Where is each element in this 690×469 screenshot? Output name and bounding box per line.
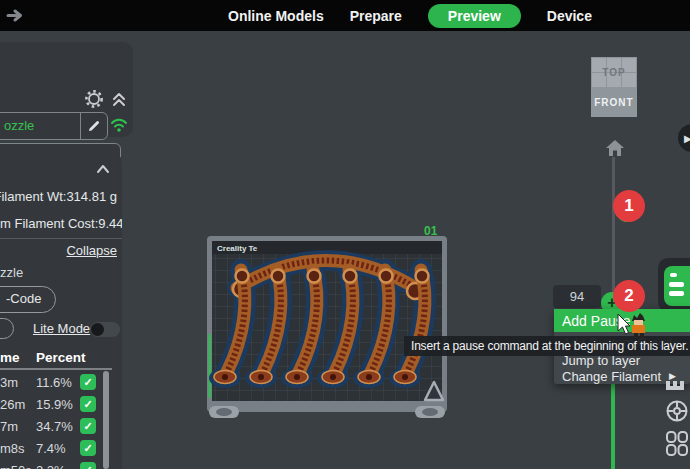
row-time: 26m bbox=[0, 397, 36, 412]
row-percent: 34.7% bbox=[36, 419, 80, 434]
row-visibility-checkbox[interactable]: ✓ bbox=[80, 396, 96, 412]
table-header-divider bbox=[0, 368, 112, 370]
gcode-tab-button[interactable]: -Code bbox=[0, 286, 56, 313]
column-header-time: me bbox=[0, 350, 20, 365]
feature-time-table: 3m11.6%✓26m15.9%✓7m34.7%✓m8s7.4%✓m50s2.2… bbox=[0, 371, 112, 469]
view-orientation-cube[interactable]: TOP FRONT bbox=[591, 57, 637, 117]
right-toolbar bbox=[664, 376, 690, 460]
lite-mode-label: Lite Mode bbox=[33, 321, 90, 336]
cursor-with-character-sprite bbox=[617, 313, 657, 341]
row-percent: 15.9% bbox=[36, 397, 80, 412]
printer-panel: ozzle El Plate bbox=[0, 42, 133, 137]
divider bbox=[0, 238, 122, 239]
layer-list-icon bbox=[664, 266, 690, 306]
main-nav-tabs: Online ModelsPreparePreviewDevice bbox=[228, 0, 592, 31]
top-bar: Online ModelsPreparePreviewDevice bbox=[0, 0, 690, 31]
printer-settings-gear-icon[interactable] bbox=[85, 90, 103, 108]
table-row: 7m34.7%✓ bbox=[0, 415, 112, 437]
row-visibility-checkbox[interactable]: ✓ bbox=[80, 418, 96, 434]
view-cube-top-face[interactable]: TOP bbox=[591, 57, 637, 87]
nozzle-value: ozzle bbox=[4, 118, 34, 133]
filament-cost-label: m Filament Cost:9.44 bbox=[0, 216, 122, 231]
row-visibility-checkbox[interactable]: ✓ bbox=[80, 374, 96, 390]
histogram-icon[interactable] bbox=[666, 381, 684, 390]
annotation-badge-2: 2 bbox=[613, 280, 645, 312]
collapse-link[interactable]: Collapse bbox=[66, 243, 117, 258]
plate-brand-label: Creality Te bbox=[217, 244, 258, 253]
row-time: m8s bbox=[0, 441, 36, 456]
tab-prepare[interactable]: Prepare bbox=[350, 8, 402, 24]
row-time: 7m bbox=[0, 419, 36, 434]
tab-preview[interactable]: Preview bbox=[428, 4, 521, 28]
layer-panel-tab bbox=[658, 258, 690, 312]
creality-print-preview-window: Creality Te 01 Online ModelsPreparePrevi… bbox=[0, 0, 690, 469]
gcode-tab-label: -Code bbox=[6, 291, 41, 306]
layer-number-box[interactable]: 94 bbox=[553, 285, 601, 308]
row-percent: 2.2% bbox=[36, 463, 80, 469]
row-time: 3m bbox=[0, 375, 36, 390]
table-row: 26m15.9%✓ bbox=[0, 393, 112, 415]
truncated-tab-button[interactable] bbox=[0, 318, 14, 339]
table-row: 3m11.6%✓ bbox=[0, 371, 112, 393]
layer-list-button[interactable] bbox=[664, 266, 690, 306]
nozzle-section-label: zzle bbox=[0, 265, 23, 280]
table-scrollbar[interactable] bbox=[103, 371, 109, 469]
menu-item-label: Change Filament bbox=[562, 369, 661, 384]
collapse-section-chevron-icon[interactable] bbox=[95, 162, 111, 176]
collapse-panel-chevrons-icon[interactable] bbox=[111, 91, 127, 107]
expand-right-panel-button[interactable]: ▶ bbox=[678, 124, 690, 152]
table-row: m50s2.2%✓ bbox=[0, 459, 112, 469]
view-cube-front-face[interactable]: FRONT bbox=[591, 87, 637, 117]
seam-indicator-line bbox=[209, 334, 212, 398]
tab-online-models[interactable]: Online Models bbox=[228, 8, 324, 24]
row-percent: 11.6% bbox=[36, 375, 80, 390]
nozzle-select[interactable]: ozzle bbox=[0, 112, 108, 140]
play-icon: ▶ bbox=[684, 133, 690, 144]
preview-stats-panel: Filament Wt:314.81 g m Filament Cost:9.4… bbox=[0, 152, 122, 469]
lite-mode-toggle[interactable] bbox=[90, 322, 120, 337]
table-row: m8s7.4%✓ bbox=[0, 437, 112, 459]
home-view-icon[interactable] bbox=[603, 137, 627, 159]
row-visibility-checkbox[interactable]: ✓ bbox=[80, 462, 96, 469]
wifi-status-icon[interactable] bbox=[109, 116, 129, 133]
row-visibility-checkbox[interactable]: ✓ bbox=[80, 440, 96, 456]
row-time: m50s bbox=[0, 463, 36, 469]
filament-spool-icon[interactable] bbox=[668, 402, 687, 421]
annotation-badge-1: 1 bbox=[613, 190, 645, 222]
build-plate-3d-view[interactable]: Creality Te bbox=[203, 222, 451, 420]
plate-number-label: 01 bbox=[424, 224, 437, 238]
filament-weight-label: Filament Wt:314.81 g bbox=[0, 189, 117, 204]
row-percent: 7.4% bbox=[36, 441, 80, 456]
apps-grid-icon[interactable] bbox=[667, 432, 687, 455]
redo-arrow-icon[interactable] bbox=[6, 8, 26, 23]
layer-slider-filled-range bbox=[611, 380, 615, 469]
tab-device[interactable]: Device bbox=[547, 8, 592, 24]
edit-pencil-icon[interactable] bbox=[86, 118, 102, 134]
column-header-percent: Percent bbox=[36, 350, 86, 365]
